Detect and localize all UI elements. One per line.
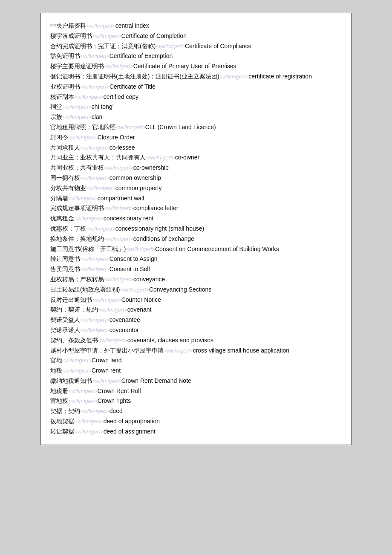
separator: <willmigerl> (92, 33, 121, 39)
separator: <willmigerl> (104, 165, 133, 171)
separator: <willmigerl> (80, 327, 110, 333)
separator: <willmigerl> (68, 398, 98, 404)
list-item: 宗族<willmigerl>clan (50, 112, 342, 122)
list-item: 契诺受益人<willmigerl>covenantee (50, 315, 342, 325)
separator: <willmigerl> (104, 236, 133, 242)
list-item: 转让同意书<willmigerl>Consent to Assign (50, 254, 342, 264)
list-item: 楼宇落成证明书<willmigerl>Certificate of Comple… (50, 31, 342, 41)
list-item: 核证副本<willmigerl>certified copy (50, 92, 342, 102)
list-item: 同一拥有权<willmigerl>common ownership (50, 173, 342, 183)
separator: <willmigerl> (219, 73, 249, 80)
separator: <willmigerl> (62, 104, 92, 110)
separator: <willmigerl> (80, 175, 110, 181)
list-item: 契约；契诺；规约<willmigerl>covenant (50, 305, 342, 315)
separator: <willmigerl> (62, 114, 92, 120)
list-item: 完成规定事项证明书<willmigerl>compliance letter (50, 203, 342, 214)
separator: <willmigerl> (80, 84, 110, 90)
list-item: 地税<willmigerl>Crown rent (50, 366, 342, 376)
list-item: 转让契据<willmigerl>deed of assignment (50, 427, 342, 437)
separator: <willmigerl> (92, 297, 121, 303)
list-item: 共同业权；共有业权<willmigerl>co-ownership (50, 163, 342, 173)
separator: <willmigerl> (86, 225, 115, 232)
list-item: 共同承租人<willmigerl>co-lessee (50, 143, 342, 153)
list-item: 楼宇主要用途证明书<willmigerl>Certificate of Prim… (50, 61, 342, 72)
separator: <willmigerl> (62, 357, 92, 364)
separator: <willmigerl> (98, 337, 127, 344)
list-item: 登记证明书；注册证明书(土地注册处)；注册证书(业主立案法团)<willmige… (50, 72, 342, 82)
list-item: 分权共有物业<willmigerl>common property (50, 183, 342, 194)
list-item: 官地权<willmigerl>Crown rights (50, 396, 342, 406)
separator: <willmigerl> (120, 286, 149, 293)
separator: <willmigerl> (80, 266, 110, 272)
document-container: 中央户籍资料<willmigerl>central index楼宇落成证明书<w… (40, 13, 352, 445)
list-item: 越村小型屋宇申请；外丁提出小型屋宇申请<willmigerl>cross vil… (50, 346, 342, 356)
separator: <willmigerl> (156, 43, 185, 49)
separator: <willmigerl> (74, 94, 104, 100)
separator: <willmigerl> (80, 256, 110, 262)
list-item: 业权证明书<willmigerl>Certificate of Title (50, 82, 342, 92)
list-item: 业权转易；产权转易<willmigerl>conveyance (50, 275, 342, 285)
separator: <willmigerl> (86, 23, 115, 29)
separator: <willmigerl> (74, 428, 104, 435)
list-item: 官地<willmigerl>Crown land (50, 356, 342, 366)
separator: <willmigerl> (62, 367, 92, 374)
list-item: 豁免证明书<willmigerl>Certificate of Exemptio… (50, 51, 342, 61)
separator: <willmigerl> (104, 63, 133, 69)
separator: <willmigerl> (68, 388, 98, 394)
separator: <willmigerl> (68, 195, 98, 202)
list-item: 反对迁出通知书<willmigerl>Counter Notice (50, 295, 342, 305)
separator: <willmigerl> (80, 145, 110, 151)
list-item: 缴纳地税通知书<willmigerl>Crown Rent Demand Not… (50, 376, 342, 386)
separator: <willmigerl> (68, 134, 98, 141)
list-item: 契诺承诺人<willmigerl>covenantor (50, 325, 342, 335)
separator: <willmigerl> (104, 205, 133, 211)
list-item: 地税册<willmigerl>Crown Rent Roll (50, 386, 342, 396)
separator: <willmigerl> (146, 154, 175, 161)
separator: <willmigerl> (74, 215, 104, 222)
list-item: 合约完成证明书；完工证；满意纸(俗称)<willmigerl>Certifica… (50, 41, 342, 52)
list-item: 中央户籍资料<willmigerl>central index (50, 21, 342, 31)
list-item: 官地租用牌照；官地牌照<willmigerl>CLL (Crown Land L… (50, 122, 342, 133)
list-item: 契据；契约<willmigerl>deed (50, 406, 342, 416)
list-item: 施工同意书(俗称「开工纸」)<willmigerl>Consent on Com… (50, 244, 342, 254)
list-item: 共同业主；业权共有人；共同拥有人<willmigerl>co-owner (50, 153, 342, 163)
list-item: 祠堂<willmigerl>chi tong' (50, 102, 342, 112)
separator: <willmigerl> (126, 246, 155, 252)
list-item: 优惠权；丁权<willmigerl>concessionary right (s… (50, 224, 342, 234)
list-item: 优惠租金<willmigerl>concessionary rent (50, 214, 342, 224)
separator: <willmigerl> (80, 317, 110, 323)
separator: <willmigerl> (116, 124, 145, 130)
list-item: 换地条件；换地规约<willmigerl>conditions of excha… (50, 234, 342, 244)
separator: <willmigerl> (74, 418, 104, 425)
separator: <willmigerl> (80, 53, 110, 59)
separator: <willmigerl> (98, 306, 127, 313)
separator: <willmigerl> (164, 347, 193, 354)
separator: <willmigerl> (92, 378, 121, 384)
list-item: 分隔墙<willmigerl>compartment wall (50, 194, 342, 204)
separator: <willmigerl> (86, 185, 115, 191)
separator: <willmigerl> (80, 408, 110, 414)
list-item: 拨地契据<willmigerl>deed of appropriation (50, 416, 342, 427)
separator: <willmigerl> (104, 276, 133, 283)
list-item: 封闭令<willmigerl>Closure Order (50, 133, 342, 143)
entries-list: 中央户籍资料<willmigerl>central index楼宇落成证明书<w… (50, 21, 342, 437)
list-item: 契约、条款及但书<willmigerl>covenants, clauses a… (50, 335, 342, 346)
list-item: 田土转易组(地政总署组别)<willmigerl>Conveyancing Se… (50, 285, 342, 295)
list-item: 售卖同意书<willmigerl>Consent to Sell (50, 264, 342, 275)
